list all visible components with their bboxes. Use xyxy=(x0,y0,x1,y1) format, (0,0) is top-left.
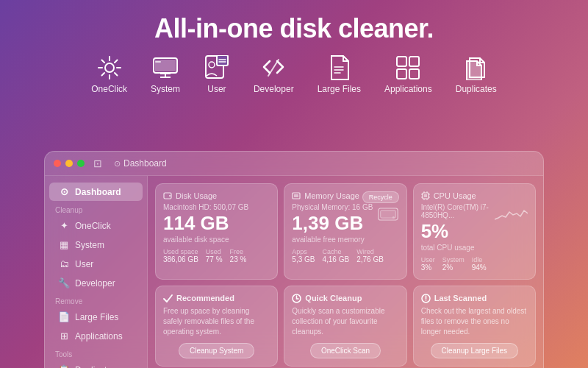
applications-label: Applications xyxy=(384,84,432,94)
developer-icon xyxy=(260,54,287,81)
largefiles-label: Large Files xyxy=(318,84,361,94)
oneclick-sidebar-icon: ✦ xyxy=(58,220,70,231)
sidebar-item-oneclick[interactable]: ✦ OneClick xyxy=(49,216,143,235)
svg-rect-25 xyxy=(409,57,419,66)
cleanup-section-label: Cleanup xyxy=(45,202,147,216)
svg-rect-27 xyxy=(409,69,419,79)
quick-cleanup-card: Quick Cleanup Quickly scan a customizabl… xyxy=(284,286,406,367)
feature-icon-oneclick[interactable]: OneClick xyxy=(91,54,127,94)
feature-icon-duplicates[interactable]: Duplicates xyxy=(456,54,497,94)
user-icon xyxy=(204,54,230,81)
svg-line-7 xyxy=(115,60,118,63)
recommended-desc: Free up space by cleaning safely removab… xyxy=(163,306,270,337)
cleanup-large-files-button[interactable]: Cleanup Large Files xyxy=(431,343,519,358)
disk-inline-svg xyxy=(377,206,399,222)
traffic-light-fullscreen[interactable] xyxy=(77,160,85,167)
memory-stat-cache: Cache 4,16 GB xyxy=(322,248,349,263)
last-scanned-btn-container: Cleanup Large Files xyxy=(421,343,528,358)
sidebar-item-user[interactable]: 🗂 User xyxy=(49,255,143,273)
last-scanned-desc: Check out the largest and oldest files t… xyxy=(421,306,528,337)
applications-sidebar-icon: ⊞ xyxy=(58,330,70,342)
system-icon xyxy=(152,54,179,81)
sidebar-item-duplicates[interactable]: 📋 Duplicates xyxy=(49,361,143,368)
memory-stat-wired: Wired 2,76 GB xyxy=(356,248,384,263)
feature-icon-user[interactable]: User xyxy=(204,54,230,94)
app-window: ⊡ ⊙ Dashboard ⊙ Dashboard Cleanup ✦ OneC… xyxy=(44,151,544,368)
svg-line-5 xyxy=(101,60,104,63)
svg-point-48 xyxy=(425,300,426,301)
titlebar-label: ⊙ Dashboard xyxy=(114,158,167,169)
sidebar-item-largefiles[interactable]: 📄 Large Files xyxy=(49,308,143,326)
recommended-header: Recommended xyxy=(163,294,270,303)
remove-section-label: Remove xyxy=(45,293,147,307)
svg-point-0 xyxy=(105,63,114,72)
disk-available: available disk space xyxy=(163,236,270,244)
disk-stat-usedspace: Used space 386,06 GB xyxy=(163,248,198,263)
developer-label: Developer xyxy=(254,84,294,94)
largefiles-icon xyxy=(326,54,352,81)
disk-card-header: Disk Usage xyxy=(163,191,270,200)
disk-stats-row: Used space 386,06 GB Used 77 % Free 23 % xyxy=(163,248,270,263)
traffic-light-minimize[interactable] xyxy=(65,160,73,167)
user-label: User xyxy=(207,84,226,94)
window-layout-icon[interactable]: ⊡ xyxy=(93,158,102,169)
cpu-main-value: 5% xyxy=(421,221,528,242)
recycle-badge[interactable]: Recycle xyxy=(362,191,399,203)
feature-icon-largefiles[interactable]: Large Files xyxy=(318,54,361,94)
cleanup-system-button[interactable]: Cleanup System xyxy=(179,343,254,358)
svg-rect-31 xyxy=(294,194,298,197)
oneclick-scan-button[interactable]: OneClick Scan xyxy=(310,343,381,358)
svg-point-29 xyxy=(169,195,171,197)
duplicates-label: Duplicates xyxy=(456,84,497,94)
cpu-mini-chart xyxy=(495,205,528,223)
system-sidebar-icon: ▦ xyxy=(58,239,70,250)
window-titlebar: ⊡ ⊙ Dashboard xyxy=(45,152,543,176)
disk-stat-used: Used 77 % xyxy=(206,248,223,263)
svg-rect-24 xyxy=(397,57,406,66)
svg-rect-26 xyxy=(397,69,406,79)
cpu-card-header: CPU Usage xyxy=(421,191,528,200)
cpu-usage-card: CPU Usage Intel(R) Core(TM) i7-4850HQ...… xyxy=(413,183,536,280)
svg-line-8 xyxy=(101,73,104,76)
traffic-light-close[interactable] xyxy=(54,160,61,167)
quick-cleanup-btn-container: OneClick Scan xyxy=(292,343,398,358)
feature-icon-applications[interactable]: Applications xyxy=(384,54,432,94)
cpu-stat-idle: Idle 94% xyxy=(472,256,487,272)
sidebar-item-developer[interactable]: 🔧 Developer xyxy=(49,274,143,292)
top-cards-grid: Disk Usage Macintosh HD: 500,07 GB 114 G… xyxy=(155,183,536,280)
dashboard-sidebar-icon: ⊙ xyxy=(58,186,70,197)
last-scanned-card: Last Scanned Check out the largest and o… xyxy=(413,286,536,367)
recommended-card: Recommended Free up space by cleaning sa… xyxy=(155,286,278,367)
system-label: System xyxy=(151,84,180,94)
oneclick-icon xyxy=(96,54,123,81)
memory-stat-apps: Apps 5,3 GB xyxy=(292,248,315,263)
window-body: ⊙ Dashboard Cleanup ✦ OneClick ▦ System … xyxy=(45,176,543,368)
applications-icon xyxy=(395,54,421,81)
dashboard-icon-title: ⊙ xyxy=(114,159,121,169)
disk-stat-free: Free 23 % xyxy=(230,248,247,263)
duplicates-icon xyxy=(463,54,490,81)
quick-cleanup-header: Quick Cleanup xyxy=(292,294,398,303)
developer-sidebar-icon: 🔧 xyxy=(58,277,70,289)
feature-icon-system[interactable]: System xyxy=(151,54,180,94)
feature-icon-developer[interactable]: Developer xyxy=(254,54,294,94)
quick-cleanup-desc: Quickly scan a customizable collection o… xyxy=(292,306,398,337)
oneclick-label: OneClick xyxy=(91,84,127,94)
cpu-available: total CPU usage xyxy=(421,244,528,252)
svg-rect-16 xyxy=(217,55,228,66)
svg-rect-14 xyxy=(155,61,161,63)
tools-section-label: Tools xyxy=(45,346,147,360)
last-scanned-header: Last Scanned xyxy=(421,294,528,303)
cpu-stat-system: System 2% xyxy=(442,256,465,272)
memory-stats-row: Apps 5,3 GB Cache 4,16 GB Wired 2,76 GB xyxy=(292,248,398,263)
duplicates-sidebar-icon: 📋 xyxy=(58,364,70,368)
disk-usage-card: Disk Usage Macintosh HD: 500,07 GB 114 G… xyxy=(155,183,278,280)
svg-rect-36 xyxy=(424,194,427,197)
memory-available: available free memory xyxy=(292,236,398,244)
svg-point-19 xyxy=(209,62,215,68)
cpu-stat-user: User 3% xyxy=(421,256,435,272)
sidebar-item-dashboard[interactable]: ⊙ Dashboard xyxy=(49,183,143,201)
sidebar-item-system[interactable]: ▦ System xyxy=(49,236,143,254)
main-content: Disk Usage Macintosh HD: 500,07 GB 114 G… xyxy=(148,176,543,368)
sidebar-item-applications[interactable]: ⊞ Applications xyxy=(49,327,143,345)
